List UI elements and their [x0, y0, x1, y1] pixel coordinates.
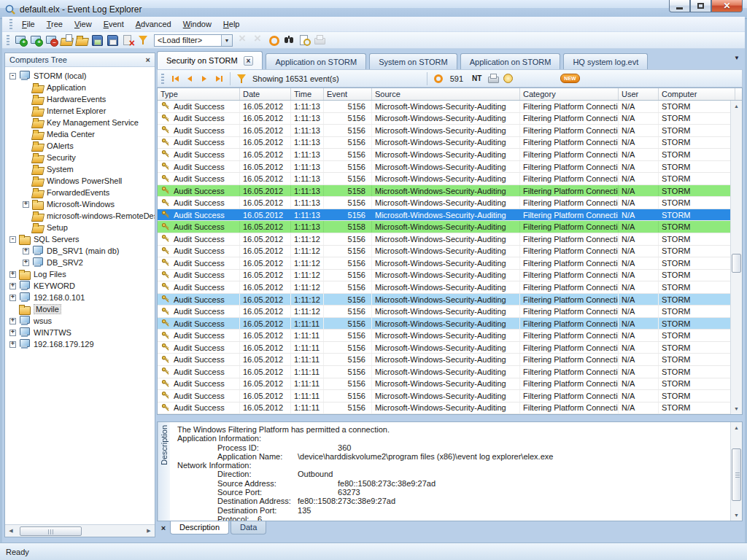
column-header-category[interactable]: Category: [520, 88, 619, 100]
tree-expander-icon[interactable]: +: [9, 295, 16, 301]
prev-event-button[interactable]: [182, 72, 197, 85]
scroll-right-icon[interactable]: ▶: [143, 525, 155, 537]
tree-item[interactable]: +DB_SRV2: [5, 257, 155, 268]
column-header-time[interactable]: Time: [291, 88, 324, 100]
column-header-computer[interactable]: Computer: [659, 88, 735, 100]
tab-application-on-storm[interactable]: Application on STORM: [266, 53, 366, 69]
event-row[interactable]: Audit Success16.05.20121:11:135156Micros…: [158, 209, 730, 222]
menu-window[interactable]: Window: [177, 18, 217, 31]
tab-list-dropdown-icon[interactable]: ▼: [734, 55, 740, 61]
menu-event[interactable]: Event: [98, 18, 130, 31]
column-header-source[interactable]: Source: [372, 88, 520, 100]
connect-computer-icon[interactable]: [14, 34, 28, 47]
tree-expander-icon[interactable]: -: [9, 73, 16, 79]
event-row[interactable]: Audit Success16.05.20121:11:125156Micros…: [158, 233, 730, 246]
tree-item[interactable]: Internet Explorer: [5, 105, 155, 117]
event-row[interactable]: Audit Success16.05.20121:11:135158Micros…: [158, 221, 730, 233]
event-row[interactable]: Audit Success16.05.20121:11:135156Micros…: [158, 173, 730, 185]
tree-item[interactable]: +Log Files: [5, 268, 155, 280]
close-button[interactable]: ✕: [711, 0, 743, 12]
tree-expander-icon[interactable]: +: [9, 271, 16, 278]
quick-filter-icon[interactable]: [235, 72, 249, 85]
minimize-button[interactable]: [669, 0, 690, 12]
event-row[interactable]: Audit Success16.05.20121:11:115156Micros…: [158, 402, 730, 414]
tab-application-on-storm[interactable]: Application on STORM: [460, 53, 561, 69]
tree-item[interactable]: ForwardedEvents: [5, 187, 155, 198]
tree-expander-icon[interactable]: +: [9, 341, 16, 348]
event-row[interactable]: Audit Success16.05.20121:11:135156Micros…: [158, 113, 730, 125]
find-icon[interactable]: [282, 34, 296, 47]
tree-panel-close-icon[interactable]: ×: [146, 55, 150, 64]
tree-item[interactable]: +Microsoft-Windows: [5, 198, 155, 210]
tree-item[interactable]: +DB_SRV1 (main db): [5, 245, 155, 257]
event-row[interactable]: Audit Success16.05.20121:11:125156Micros…: [158, 246, 730, 258]
menu-tree[interactable]: Tree: [41, 18, 69, 31]
description-panel-close-icon[interactable]: ×: [157, 521, 170, 532]
event-row[interactable]: Audit Success16.05.20121:11:135156Micros…: [158, 197, 730, 209]
save-workspace-icon[interactable]: [106, 34, 120, 47]
tree-item[interactable]: Key Management Service: [5, 117, 155, 128]
event-row[interactable]: Audit Success16.05.20121:11:135156Micros…: [158, 149, 730, 161]
event-row[interactable]: Audit Success16.05.20121:11:115156Micros…: [158, 354, 730, 366]
tree-item[interactable]: microsoft-windows-RemoteDesktop: [5, 210, 155, 222]
tab-close-icon[interactable]: ×: [244, 56, 254, 66]
bottom-tab-description[interactable]: Description: [170, 521, 229, 534]
tab-security-on-storm[interactable]: Security on STORM×: [157, 51, 263, 69]
scroll-up-icon[interactable]: ▲: [731, 422, 742, 433]
column-header-date[interactable]: Date: [240, 88, 291, 100]
clear-log-icon[interactable]: [121, 34, 135, 47]
tree-item[interactable]: Setup: [5, 222, 155, 233]
exclude-filter-disabled-icon[interactable]: [252, 34, 266, 47]
event-row[interactable]: Audit Success16.05.20121:11:125156Micros…: [158, 257, 730, 270]
last-event-button[interactable]: [212, 72, 226, 85]
scroll-down-icon[interactable]: ▼: [731, 510, 742, 521]
tree-horizontal-scrollbar[interactable]: ◀ ▶: [5, 524, 155, 537]
tree-expander-icon[interactable]: -: [9, 236, 16, 243]
tree-scrollbar-thumb[interactable]: [20, 526, 82, 536]
tree-item[interactable]: Security: [5, 152, 155, 163]
clock-icon[interactable]: [503, 74, 513, 83]
open-log-file-icon[interactable]: [60, 34, 74, 47]
next-event-button[interactable]: [197, 72, 212, 85]
column-header-user[interactable]: User: [619, 88, 659, 100]
description-scrollbar-thumb[interactable]: [732, 448, 741, 501]
menu-file[interactable]: File: [16, 18, 41, 31]
tree-item[interactable]: +192.168.179.129: [5, 338, 155, 350]
event-details-icon[interactable]: [298, 34, 311, 47]
remove-filter-disabled-icon[interactable]: [236, 34, 250, 47]
tree-item[interactable]: -STORM (local): [5, 70, 155, 82]
event-row[interactable]: Audit Success16.05.20121:11:125156Micros…: [158, 281, 730, 294]
menu-view[interactable]: View: [69, 18, 98, 31]
tree-item[interactable]: +WIN7TWS: [5, 327, 155, 338]
tree-expander-icon[interactable]: +: [9, 283, 16, 289]
tree-item[interactable]: Media Center: [5, 128, 155, 140]
event-row[interactable]: Audit Success16.05.20121:11:125156Micros…: [158, 294, 730, 306]
event-row[interactable]: Audit Success16.05.20121:11:115156Micros…: [158, 330, 730, 342]
tree-item[interactable]: System: [5, 163, 155, 175]
tree-item[interactable]: +wsus: [5, 315, 155, 327]
tree-item[interactable]: +192.168.0.101: [5, 292, 155, 303]
event-row[interactable]: Audit Success16.05.20121:11:115156Micros…: [158, 318, 730, 330]
menu-advanced[interactable]: Advanced: [130, 18, 177, 31]
bottom-tab-data[interactable]: Data: [231, 521, 266, 534]
scroll-left-icon[interactable]: ◀: [5, 525, 17, 537]
tab-system-on-storm[interactable]: System on STORM: [369, 53, 457, 69]
disconnect-computer-icon[interactable]: [44, 34, 58, 47]
tab-hq-system-log-evt[interactable]: HQ system log.evt: [563, 53, 648, 69]
tree-item[interactable]: Windows PowerShell: [5, 175, 155, 187]
tree-item[interactable]: HardwareEvents: [5, 93, 155, 105]
combo-dropdown-icon[interactable]: ▼: [221, 35, 232, 46]
menu-help[interactable]: Help: [217, 18, 246, 31]
tree-expander-icon[interactable]: +: [9, 330, 16, 336]
scroll-down-icon[interactable]: ▼: [731, 403, 742, 414]
event-row[interactable]: Audit Success16.05.20121:11:115156Micros…: [158, 390, 730, 402]
description-vertical-scrollbar[interactable]: ▲ ▼: [730, 422, 742, 521]
event-row[interactable]: Audit Success16.05.20121:11:125156Micros…: [158, 270, 730, 282]
tree-item[interactable]: OAlerts: [5, 140, 155, 152]
open-folder-icon[interactable]: [75, 34, 89, 47]
tree-expander-icon[interactable]: +: [23, 201, 29, 208]
event-row[interactable]: Audit Success16.05.20121:11:135156Micros…: [158, 101, 730, 113]
add-computer-icon[interactable]: [29, 34, 43, 47]
tree-expander-icon[interactable]: +: [23, 248, 29, 254]
column-header-type[interactable]: Type: [158, 88, 240, 100]
